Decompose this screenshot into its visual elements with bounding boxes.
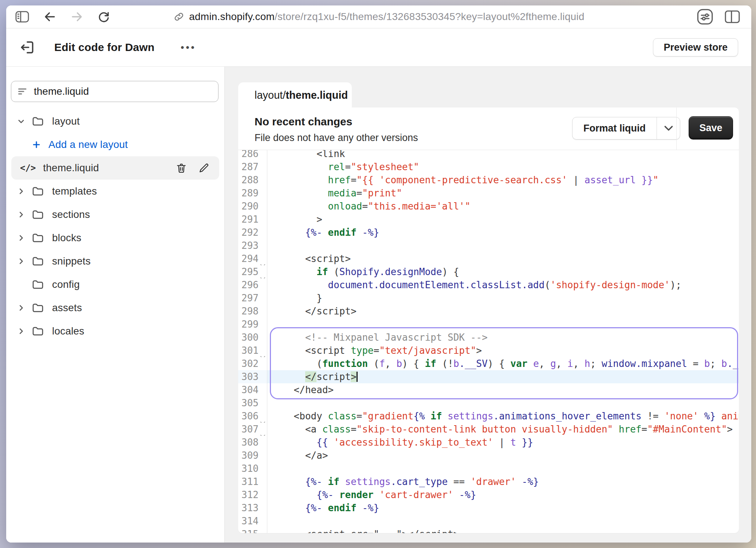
address-bar[interactable]: admin.shopify.com/store/rzq1xu-f5/themes… — [173, 5, 584, 28]
code-line-288[interactable]: 288 href="{{ 'component-predictive-searc… — [238, 173, 739, 187]
code-line-307[interactable]: 307 <a class="skip-to-content-link butto… — [238, 423, 739, 436]
code-line-309[interactable]: 309 </a> — [238, 449, 739, 462]
line-number: 302 — [238, 357, 267, 370]
reload-icon[interactable] — [97, 10, 110, 23]
page-title: Edit code for Dawn — [54, 41, 154, 54]
line-number: 293 — [238, 239, 267, 252]
chevron-down-icon[interactable] — [16, 117, 26, 125]
format-liquid-button[interactable]: Format liquid — [572, 117, 680, 140]
code-line-297[interactable]: 297 } — [238, 291, 739, 305]
chevron-right-icon[interactable] — [16, 257, 26, 265]
code-line-291[interactable]: 291 > — [238, 213, 739, 226]
folder-icon — [32, 302, 44, 313]
code-line-310[interactable]: 310 — [238, 462, 739, 475]
line-number: 307 — [238, 423, 267, 436]
line-number: 310 — [238, 462, 267, 475]
file-item-theme-liquid[interactable]: </>theme.liquid — [11, 156, 219, 180]
sidebar-folder-assets[interactable]: assets — [6, 296, 224, 320]
header-divider — [676, 107, 677, 150]
code-line-298[interactable]: 298 </script> — [238, 305, 739, 318]
code-line-300[interactable]: 300 <!-- Mixpanel Javascript SDK --> — [238, 331, 739, 344]
line-number: 299 — [238, 318, 267, 331]
sidebar-toggle-icon[interactable] — [15, 11, 29, 23]
sidebar-folder-locales[interactable]: locales — [6, 320, 224, 343]
chevron-right-icon[interactable] — [16, 327, 26, 335]
sidebar-folder-sections[interactable]: sections — [6, 203, 224, 226]
link-icon — [173, 11, 185, 23]
forward-icon[interactable] — [70, 10, 83, 23]
format-liquid-label[interactable]: Format liquid — [572, 117, 657, 139]
code-line-290[interactable]: 290 onload="this.media='all'" — [238, 200, 739, 213]
code-line-292[interactable]: 292 {%- endif -%} — [238, 226, 739, 239]
line-number: 309 — [238, 449, 267, 462]
code-line-294[interactable]: 294 <script> — [238, 252, 739, 265]
file-sidebar: layoutAdd a new layout</>theme.liquidtem… — [6, 67, 225, 543]
code-line-286[interactable]: 286 <link — [238, 150, 739, 160]
status-subtitle: File does not have any other versions — [255, 132, 418, 144]
rename-file-icon[interactable] — [198, 162, 210, 174]
url-path: /store/rzq1xu-f5/themes/132683530345?key… — [275, 11, 584, 22]
page-settings-icon[interactable] — [697, 8, 713, 25]
line-number: 315 — [238, 528, 267, 533]
line-number: 289 — [238, 187, 267, 200]
sidebar-folder-templates[interactable]: templates — [6, 180, 224, 203]
tab-file-name: theme.liquid — [286, 89, 348, 101]
code-line-287[interactable]: 287 rel="stylesheet" — [238, 160, 739, 173]
exit-code-editor-icon[interactable] — [19, 39, 35, 55]
code-line-289[interactable]: 289 media="print" — [238, 187, 739, 200]
folder-icon — [32, 326, 44, 337]
code-line-296[interactable]: 296 document.documentElement.classList.a… — [238, 278, 739, 291]
folder-icon — [32, 232, 44, 243]
code-line-295[interactable]: 295 if (Shopify.designMode) { — [238, 265, 739, 278]
code-line-302[interactable]: 302 (function (f, b) { if (!b.__SV) { va… — [238, 357, 739, 370]
tab-theme-liquid[interactable]: layout/theme.liquid — [238, 82, 352, 108]
sidebar-folder-config[interactable]: config — [6, 273, 224, 296]
line-number: 303 — [238, 370, 267, 383]
code-line-306[interactable]: 306 <body class="gradient{% if settings.… — [238, 410, 739, 423]
chevron-right-icon[interactable] — [16, 304, 26, 312]
code-line-305[interactable]: 305 — [238, 396, 739, 410]
line-number: 304 — [238, 383, 267, 396]
folder-icon — [32, 116, 44, 127]
code-panel: No recent changes File does not have any… — [238, 107, 739, 533]
save-button[interactable]: Save — [689, 116, 733, 140]
folder-icon — [32, 279, 44, 290]
delete-file-icon[interactable] — [176, 162, 187, 174]
code-line-303[interactable]: 303 </script> — [238, 370, 739, 383]
file-tree: layoutAdd a new layout</>theme.liquidtem… — [6, 110, 224, 343]
text-cursor — [357, 372, 358, 382]
sidebar-folder-snippets[interactable]: snippets — [6, 250, 224, 273]
app-header: Edit code for Dawn ••• Preview store — [6, 28, 751, 67]
code-line-293[interactable]: 293 — [238, 239, 739, 252]
sidebar-folder-blocks[interactable]: blocks — [6, 226, 224, 250]
code-line-315[interactable]: 315 <script src="..."></script> — [238, 528, 739, 533]
chevron-right-icon[interactable] — [16, 187, 26, 195]
line-number: 294 — [238, 252, 267, 265]
code-line-314[interactable]: 314 — [238, 514, 739, 528]
folder-icon — [32, 209, 44, 220]
chevron-right-icon[interactable] — [16, 234, 26, 242]
code-line-299[interactable]: 299 — [238, 318, 739, 331]
sidebar-folder-layout[interactable]: layout — [6, 110, 224, 133]
code-editor[interactable]: 286 <link287 rel="stylesheet"288 href="{… — [238, 150, 739, 533]
file-filter — [11, 81, 218, 102]
line-number: 288 — [238, 173, 267, 187]
code-line-313[interactable]: 313 {%- endif -%} — [238, 501, 739, 514]
more-options-icon[interactable]: ••• — [181, 42, 196, 53]
code-line-308[interactable]: 308 {{ 'accessibility.skip_to_text' | t … — [238, 436, 739, 449]
code-line-301[interactable]: 301 <script type="text/javascript"> — [238, 344, 739, 357]
chevron-right-icon[interactable] — [16, 211, 26, 219]
line-number: 312 — [238, 488, 267, 501]
back-icon[interactable] — [43, 10, 56, 23]
panel-header: No recent changes File does not have any… — [238, 107, 739, 150]
code-line-311[interactable]: 311 {%- if settings.cart_type == 'drawer… — [238, 475, 739, 488]
code-line-312[interactable]: 312 {%- render 'cart-drawer' -%} — [238, 488, 739, 501]
editor-area: layout/theme.liquid No recent changes Fi… — [225, 67, 751, 543]
filter-input[interactable] — [34, 86, 212, 97]
split-view-icon[interactable] — [724, 10, 740, 24]
add-layout-action[interactable]: Add a new layout — [6, 133, 224, 156]
line-number: 301 — [238, 344, 267, 357]
code-line-304[interactable]: 304 </head> — [238, 383, 739, 396]
status-title: No recent changes — [255, 116, 352, 128]
preview-store-button[interactable]: Preview store — [653, 38, 738, 56]
